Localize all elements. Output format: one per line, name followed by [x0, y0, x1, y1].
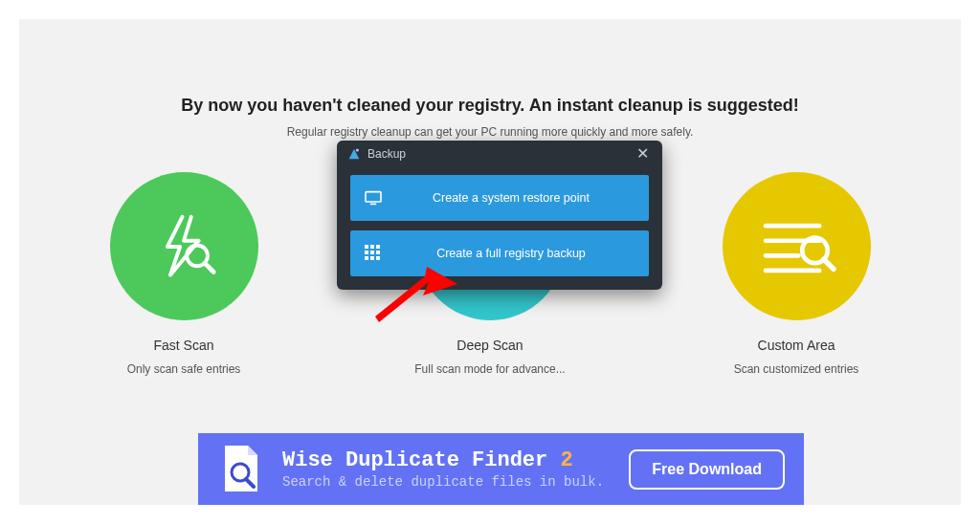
svg-line-9: [824, 259, 834, 269]
backup-modal: Backup ✕ Create a system restore point: [337, 141, 662, 290]
banner-subtitle: Search & delete duplicate files in bulk.: [282, 474, 629, 490]
button-label: Free Download: [652, 461, 762, 477]
fast-scan-circle: [110, 172, 258, 320]
banner-title: Wise Duplicate Finder 2: [282, 448, 629, 472]
option-title: Custom Area: [701, 338, 892, 353]
free-download-button[interactable]: Free Download: [629, 449, 785, 490]
list-search-icon: [753, 209, 839, 284]
option-desc: Scan customized entries: [701, 362, 892, 376]
svg-rect-15: [376, 245, 380, 249]
monitor-icon: [364, 190, 383, 206]
svg-line-1: [205, 263, 213, 272]
svg-rect-20: [370, 256, 374, 260]
custom-area-circle: [723, 172, 871, 320]
banner-title-main: Wise Duplicate Finder: [282, 448, 560, 472]
lightning-search-icon: [146, 209, 221, 284]
svg-rect-14: [370, 245, 374, 249]
svg-rect-17: [370, 251, 374, 254]
close-icon[interactable]: ✕: [633, 146, 653, 162]
app-canvas: By now you haven't cleaned your registry…: [19, 19, 961, 505]
app-logo-icon: [346, 146, 362, 162]
banner-text: Wise Duplicate Finder 2 Search & delete …: [282, 448, 629, 490]
option-title: Deep Scan: [394, 338, 586, 353]
modal-title: Backup: [368, 147, 406, 161]
svg-rect-18: [376, 251, 380, 254]
banner-title-version: 2: [560, 448, 572, 472]
option-title: Fast Scan: [88, 338, 279, 353]
option-desc: Only scan safe entries: [88, 362, 279, 376]
button-label: Create a system restore point: [396, 191, 649, 205]
svg-rect-16: [365, 251, 368, 254]
svg-rect-21: [376, 256, 380, 260]
svg-point-10: [356, 148, 359, 151]
svg-rect-11: [366, 192, 381, 202]
option-desc: Full scan mode for advance...: [394, 362, 586, 376]
svg-rect-19: [365, 256, 368, 260]
banner-file-search-icon: [217, 443, 265, 495]
registry-grid-icon: [365, 245, 382, 262]
headline: By now you haven't cleaned your registry…: [19, 19, 961, 116]
svg-rect-13: [365, 245, 368, 249]
subhead: Regular registry cleanup can get your PC…: [19, 125, 961, 139]
button-label: Create a full registry backup: [396, 247, 649, 260]
scan-option-fast[interactable]: Fast Scan Only scan safe entries: [88, 172, 279, 376]
modal-header: Backup ✕: [337, 141, 662, 165]
scan-option-custom[interactable]: Custom Area Scan customized entries: [701, 172, 892, 376]
create-restore-point-button[interactable]: Create a system restore point: [350, 175, 649, 221]
create-registry-backup-button[interactable]: Create a full registry backup: [350, 230, 649, 276]
promo-banner: Wise Duplicate Finder 2 Search & delete …: [198, 433, 804, 505]
